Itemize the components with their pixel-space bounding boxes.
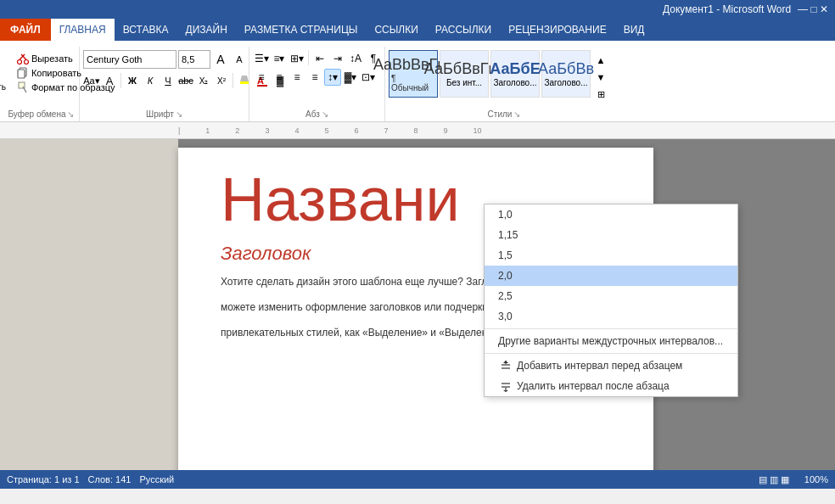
clipboard-label: Буфер обмена ↘ (7, 108, 76, 121)
menu-file[interactable]: ФАЙЛ (0, 19, 51, 41)
format-painter-icon (17, 81, 29, 93)
menu-bar: ФАЙЛ ГЛАВНАЯ ВСТАВКА ДИЗАЙН РАЗМЕТКА СТР… (0, 19, 835, 41)
change-case-button[interactable]: Aa▾ (83, 72, 100, 89)
menu-design[interactable]: ДИЗАЙН (177, 19, 236, 41)
strikethrough-button[interactable]: abc (177, 72, 194, 89)
status-bar: Страница: 1 из 1 Слов: 141 Русский ▤ ▥ ▦… (0, 470, 835, 489)
sort-button[interactable]: ↕A (347, 50, 364, 67)
add-before-item[interactable]: Добавить интервал перед абзацем (485, 356, 737, 376)
font-size-input[interactable] (178, 50, 210, 69)
spacing-1-5[interactable]: 1,5 (485, 245, 737, 266)
font-size-decrease-button[interactable]: A (231, 51, 248, 68)
spacing-2-0[interactable]: 2,0 (485, 266, 737, 286)
other-intervals-item[interactable]: Другие варианты междустрочных интервалов… (485, 331, 737, 351)
styles-scroll-up-button[interactable]: ▲ (592, 52, 609, 69)
paragraph-group: ☰▾ ≡▾ ⊞▾ ⇤ ⇥ ↕A ¶ ≡ ≡ ≡ ≡ ↕▾ ▓▾ ⊡▾ Абз ↘ (249, 47, 385, 121)
style-no-spacing[interactable]: АаБбВвГгД Без инт... (440, 50, 489, 98)
copy-icon (17, 67, 29, 79)
font-name-row: A A (83, 50, 248, 69)
paste-icon (0, 52, 2, 82)
italic-button[interactable]: К (142, 72, 159, 89)
menu-mailings[interactable]: РАССЫЛКИ (427, 19, 500, 41)
paragraph-row2: ≡ ≡ ≡ ≡ ↕▾ ▓▾ ⊡▾ (253, 69, 377, 86)
svg-marker-25 (503, 390, 508, 392)
remove-after-label: Удалить интервал после абзаца (517, 380, 670, 392)
numbered-list-button[interactable]: ≡▾ (271, 50, 288, 67)
view-controls: ▤ ▥ ▦ (759, 474, 789, 485)
clear-format-button[interactable]: A (101, 72, 118, 89)
paste-button[interactable]: Вставить (0, 50, 11, 93)
dropdown-divider1 (485, 328, 737, 329)
cut-label: Вырезать (31, 53, 73, 64)
menu-home[interactable]: ГЛАВНАЯ (51, 19, 115, 41)
paragraph-row1: ☰▾ ≡▾ ⊞▾ ⇤ ⇥ ↕A ¶ (253, 50, 382, 67)
menu-insert[interactable]: ВСТАВКА (115, 19, 177, 41)
superscript-button[interactable]: X² (213, 72, 230, 89)
clipboard-group: Вставить Вырезать (3, 47, 80, 121)
align-center-button[interactable]: ≡ (271, 69, 288, 86)
menu-layout[interactable]: РАЗМЕТКА СТРАНИЦЫ (236, 19, 367, 41)
bold-button[interactable]: Ж (124, 72, 141, 89)
spacing-1-15[interactable]: 1,15 (485, 225, 737, 245)
ruler: |12345678910 (0, 122, 835, 139)
multilevel-list-button[interactable]: ⊞▾ (289, 50, 305, 67)
paragraph-label: Абз ↘ (253, 108, 381, 121)
align-right-button[interactable]: ≡ (289, 69, 305, 86)
zoom-level: 100% (804, 474, 828, 484)
svg-rect-14 (240, 81, 249, 84)
font-name-input[interactable] (83, 50, 177, 69)
svg-point-7 (24, 60, 28, 64)
status-words: Слов: 141 (88, 474, 132, 484)
title-text: Документ1 - Microsoft Word (663, 3, 791, 15)
spacing-1-0[interactable]: 1,0 (485, 204, 737, 225)
paste-label: Вставить (0, 82, 6, 92)
menu-review[interactable]: РЕЦЕНЗИРОВАНИЕ (500, 19, 614, 41)
styles-expand-button[interactable]: ⊞ (592, 86, 609, 103)
svg-point-6 (17, 60, 21, 64)
font-label: Шрифт ↘ (83, 108, 245, 121)
style-heading2[interactable]: АаБбВв Заголово... (541, 50, 591, 98)
svg-marker-21 (503, 361, 508, 363)
add-before-icon (498, 360, 513, 372)
other-intervals-label: Другие варианты междустрочных интервалов… (498, 335, 723, 347)
menu-view[interactable]: ВИД (615, 19, 653, 41)
copy-label: Копировать (31, 68, 81, 78)
underline-button[interactable]: Ч (160, 72, 177, 89)
subscript-button[interactable]: X₂ (195, 72, 212, 89)
shading-para-button[interactable]: ▓▾ (342, 69, 359, 86)
justify-button[interactable]: ≡ (306, 69, 323, 86)
status-lang: Русский (139, 474, 174, 484)
title-bar: Документ1 - Microsoft Word ― □ ✕ (0, 0, 835, 19)
scissors-icon (17, 53, 29, 64)
svg-marker-15 (240, 76, 249, 81)
styles-group: AaBbВвГгД ¶ Обычный АаБбВвГгД Без инт...… (385, 47, 623, 121)
font-group: A A Aa▾ A Ж К Ч abc X₂ X² A ▓ (80, 47, 249, 121)
status-page: Страница: 1 из 1 (7, 474, 80, 484)
remove-after-item[interactable]: Удалить интервал после абзаца (485, 376, 737, 396)
line-spacing-button[interactable]: ↕▾ (324, 69, 341, 86)
spacing-3-0[interactable]: 3,0 (485, 306, 737, 327)
style-heading1[interactable]: АаБбЕ Заголово... (490, 50, 540, 98)
bullet-list-button[interactable]: ☰▾ (253, 50, 270, 67)
dropdown-divider2 (485, 353, 737, 354)
remove-after-icon (498, 380, 513, 392)
spacing-2-5[interactable]: 2,5 (485, 286, 737, 306)
line-spacing-dropdown: 1,0 1,15 1,5 2,0 2,5 3,0 Другие варианты… (484, 204, 738, 397)
svg-rect-11 (18, 70, 25, 78)
styles-label: Стили ↘ (389, 108, 619, 121)
ribbon: Вставить Вырезать (0, 41, 835, 122)
align-left-button[interactable]: ≡ (253, 69, 270, 86)
add-before-label: Добавить интервал перед абзацем (517, 360, 682, 372)
font-size-increase-button[interactable]: A (212, 51, 229, 68)
menu-references[interactable]: ССЫЛКИ (366, 19, 426, 41)
increase-indent-button[interactable]: ⇥ (329, 50, 346, 67)
styles-scroll-down-button[interactable]: ▼ (592, 69, 609, 86)
decrease-indent-button[interactable]: ⇤ (311, 50, 328, 67)
